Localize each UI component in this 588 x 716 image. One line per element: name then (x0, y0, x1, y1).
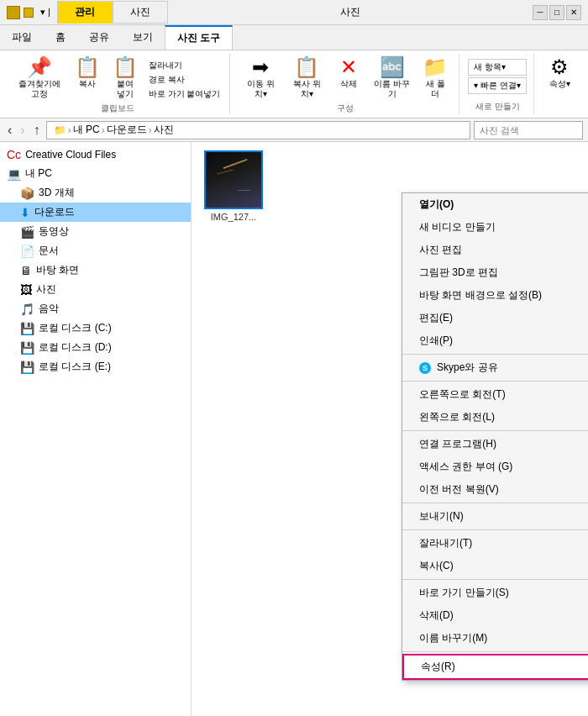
tab-manage[interactable]: 관리 (57, 1, 113, 24)
documents-icon: 📄 (20, 245, 34, 258)
copy-to-button[interactable]: 📋 복사 위치▾ (286, 55, 328, 101)
new-item-button[interactable]: 새 항목▾ (468, 59, 527, 76)
properties-icon: ⚙ (550, 57, 569, 77)
ctx-copy[interactable]: 복사(C) (402, 555, 588, 577)
paste-button[interactable]: 📋 붙여넣기 (108, 55, 143, 101)
ctx-skype[interactable]: S Skype와 공유 (402, 356, 588, 379)
new-items: 새 항목▾ ▾ 빠른 연결▾ (468, 55, 527, 99)
quick-access-button[interactable]: ▾ 빠른 연결▾ (468, 77, 527, 94)
maximize-button[interactable]: □ (549, 5, 564, 20)
ctx-new-video[interactable]: 새 비디오 만들기 (402, 216, 588, 239)
address-bar: ‹ › ↑ 📁 › 내 PC › 다운로드 › 사진 (0, 118, 588, 142)
cut-button[interactable]: 잘라내기 (146, 59, 223, 72)
ctx-access[interactable]: 액세스 권한 부여 (G) › (402, 455, 588, 478)
window-title: 사진 (168, 5, 533, 19)
move-label: 이동 위치▾ (244, 79, 276, 99)
address-path[interactable]: 📁 › 내 PC › 다운로드 › 사진 (46, 121, 470, 140)
move-to-button[interactable]: ➡ 이동 위치▾ (239, 55, 281, 101)
up-button[interactable]: ↑ (31, 123, 43, 138)
sidebar: Cc Creative Cloud Files 💻 내 PC 📦 3D 개체 ⬇… (0, 142, 192, 716)
minimize-button[interactable]: ─ (533, 5, 548, 20)
path-part-3: 사진 (154, 123, 174, 137)
tab-view[interactable]: 보기 (121, 25, 165, 50)
back-button[interactable]: ‹ (5, 123, 14, 138)
tab-share[interactable]: 공유 (77, 25, 121, 50)
skype-icon: S (419, 362, 431, 374)
sidebar-item-music[interactable]: 🎵 음악 (0, 299, 191, 319)
ctx-set-wallpaper[interactable]: 바탕 화면 배경으로 설정(B) (402, 284, 588, 307)
new-folder-button[interactable]: 📁 새 폴더 (418, 55, 452, 101)
delete-label: 삭제 (340, 79, 357, 89)
ctx-paint-3d[interactable]: 그림판 3D로 편집 (402, 261, 588, 284)
sidebar-item-pictures[interactable]: 🖼 사진 (0, 280, 191, 299)
creative-cloud-icon: Cc (7, 148, 21, 161)
rename-button[interactable]: 🔤 이름 바꾸기 (369, 55, 415, 101)
ctx-rename[interactable]: 이름 바꾸기(M) (402, 627, 588, 650)
sidebar-item-3d[interactable]: 📦 3D 개체 (0, 183, 191, 203)
ctx-photo-edit[interactable]: 사진 편집 (402, 239, 588, 261)
ctx-properties[interactable]: 속성(R) (402, 654, 588, 680)
clipboard-small-buttons: 잘라내기 경로 복사 바로 가기 붙여넣기 (146, 59, 223, 101)
music-icon: 🎵 (20, 303, 34, 316)
file-item[interactable]: IMG_127... (200, 150, 267, 222)
sidebar-item-desktop[interactable]: 🖥 바탕 화면 (0, 261, 191, 280)
forward-button[interactable]: › (18, 123, 27, 138)
ctx-print[interactable]: 인쇄(P) (402, 329, 588, 352)
content-area: IMG_127... 열기(O) 새 비디오 만들기 사진 편집 그림판 3D로… (192, 142, 588, 716)
tab-photo-tools[interactable]: 사진 도구 (165, 25, 233, 50)
ribbon-group-organize: ➡ 이동 위치▾ 📋 복사 위치▾ ✕ 삭제 🔤 이름 바꾸기 📁 새 (232, 54, 459, 114)
pin-to-favorites-button[interactable]: 📌 즐겨찾기에 고정 (12, 55, 67, 101)
videos-icon: 🎬 (20, 225, 34, 239)
ctx-open-with[interactable]: 연결 프로그램(H) › (402, 433, 588, 455)
sidebar-item-drive-c[interactable]: 💾 로컬 디스크 (C:) (0, 319, 191, 338)
sidebar-item-my-pc[interactable]: 💻 내 PC (0, 164, 191, 183)
properties-items: ⚙ 속성▾ (543, 55, 576, 111)
ctx-rotate-right[interactable]: 오른쪽으로 회전(T) (402, 383, 588, 406)
ctx-divider-2 (402, 381, 588, 382)
file-name: IMG_127... (211, 212, 256, 222)
properties-button[interactable]: ⚙ 속성▾ (543, 55, 576, 91)
ribbon-tabs: 파일 홈 공유 보기 사진 도구 (0, 25, 588, 50)
sidebar-item-drive-d[interactable]: 💾 로컬 디스크 (D:) (0, 338, 191, 357)
sidebar-label-my-pc: 내 PC (25, 166, 52, 181)
pictures-icon: 🖼 (20, 283, 32, 297)
tab-file[interactable]: 파일 (0, 25, 44, 50)
paste-shortcut-button[interactable]: 바로 가기 붙여넣기 (146, 87, 223, 101)
delete-icon: ✕ (340, 57, 357, 77)
ribbon-group-properties: ⚙ 속성▾ (536, 54, 583, 114)
sidebar-item-videos[interactable]: 🎬 동영상 (0, 222, 191, 241)
ctx-restore[interactable]: 이전 버전 복원(V) (402, 478, 588, 501)
sidebar-item-drive-e[interactable]: 💾 로컬 디스크 (E:) (0, 357, 191, 376)
sidebar-item-creative-cloud[interactable]: Cc Creative Cloud Files (0, 145, 191, 164)
pin-icon: 📌 (27, 57, 52, 77)
new-folder-icon: 📁 (423, 57, 448, 77)
ctx-skype-label: Skype와 공유 (437, 361, 498, 375)
sidebar-item-downloads[interactable]: ⬇ 다운로드 (0, 203, 191, 222)
ctx-divider-5 (402, 529, 588, 530)
ctx-edit[interactable]: 편집(E) (402, 307, 588, 329)
sidebar-label-drive-e: 로컬 디스크 (E:) (39, 360, 111, 374)
tab-home[interactable]: 홈 (44, 25, 77, 50)
ctx-cut[interactable]: 잘라내기(T) (402, 532, 588, 555)
search-input[interactable] (474, 121, 583, 140)
ctx-send-to[interactable]: 보내기(N) › (402, 505, 588, 528)
tab-photo[interactable]: 사진 (113, 1, 168, 24)
close-button[interactable]: ✕ (566, 5, 581, 20)
window-controls: ─ □ ✕ (533, 5, 581, 20)
rename-label: 이름 바꾸기 (374, 79, 410, 99)
path-pc: 📁 (54, 124, 66, 136)
drive-c-icon: 💾 (20, 322, 34, 335)
downloads-icon: ⬇ (20, 206, 30, 219)
delete-button[interactable]: ✕ 삭제 (332, 55, 365, 91)
main-area: Cc Creative Cloud Files 💻 내 PC 📦 3D 개체 ⬇… (0, 142, 588, 716)
copy-button[interactable]: 📋 복사 (71, 55, 104, 91)
title-bar: ▾ | 관리 사진 사진 ─ □ ✕ (0, 0, 588, 25)
ctx-rotate-left[interactable]: 왼쪽으로 회전(L) (402, 406, 588, 429)
sidebar-item-documents[interactable]: 📄 문서 (0, 241, 191, 261)
sidebar-label-drive-d: 로컬 디스크 (D:) (39, 340, 112, 355)
path-copy-button[interactable]: 경로 복사 (146, 73, 223, 87)
copy-to-label: 복사 위치▾ (291, 79, 323, 99)
ctx-create-shortcut[interactable]: 바로 가기 만들기(S) (402, 582, 588, 604)
ctx-open[interactable]: 열기(O) (402, 193, 588, 216)
ctx-delete[interactable]: 삭제(D) (402, 604, 588, 627)
